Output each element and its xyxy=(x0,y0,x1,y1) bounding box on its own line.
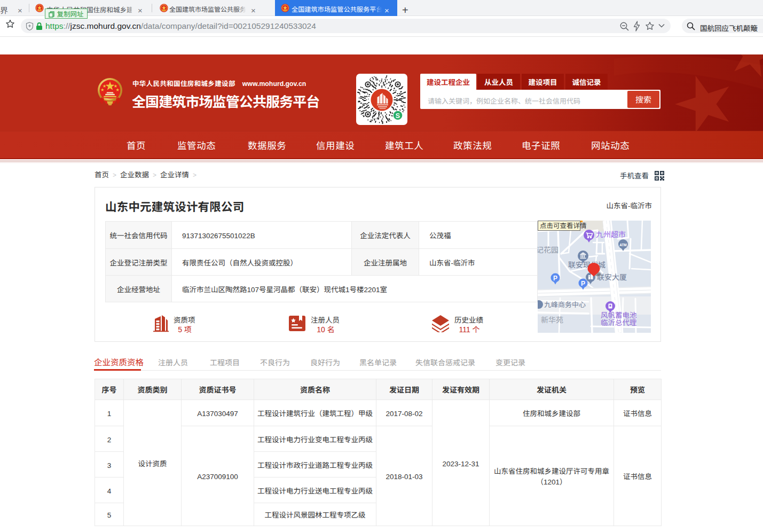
svg-text:S: S xyxy=(396,112,400,120)
svg-text:P: P xyxy=(581,278,585,287)
svg-text:P: P xyxy=(553,273,557,282)
svg-text:临沂总代理: 临沂总代理 xyxy=(601,317,637,327)
svg-text:记花园: 记花园 xyxy=(538,244,559,255)
svg-text:九峰商务中心: 九峰商务中心 xyxy=(544,299,586,309)
svg-text:ATM: ATM xyxy=(619,242,627,247)
svg-text:点击可查看详情: 点击可查看详情 xyxy=(540,221,587,230)
svg-text:新华苑: 新华苑 xyxy=(541,314,563,325)
svg-text:联安现代城: 联安现代城 xyxy=(568,259,605,270)
svg-text:九州超市: 九州超市 xyxy=(596,229,626,239)
svg-text:联安大厦: 联安大厦 xyxy=(597,271,627,282)
